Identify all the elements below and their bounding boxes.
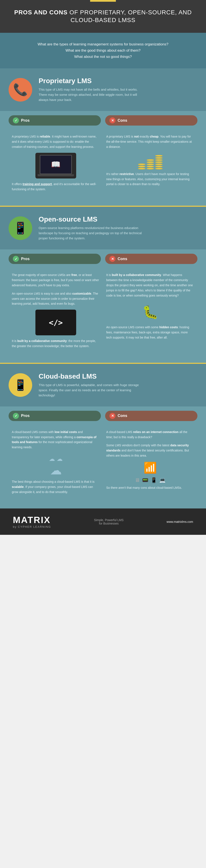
cons-label-2: Cons	[118, 257, 127, 261]
cloud-icon-section: 📱	[8, 373, 32, 397]
coin	[155, 161, 163, 163]
intro-section: What are the types of learning managemen…	[0, 33, 206, 68]
coin	[147, 161, 154, 163]
x-icon: ✕	[109, 117, 115, 123]
opensource-con-1: It is built by a collaborative community…	[106, 273, 194, 298]
footer-tagline-line2: for Businesses	[94, 522, 124, 525]
bug-image: 🐛	[137, 301, 163, 323]
cloud-con-2: Some LMS vendors don't comply with the l…	[106, 443, 194, 458]
cloud-cons-col: A cloud-based LMS relies on an internet …	[103, 425, 198, 502]
coin	[147, 168, 154, 169]
cloud-title-block: Cloud-based LMS This type of LMS is powe…	[38, 372, 146, 398]
cloud-header: 📱 Cloud-based LMS This type of LMS is po…	[0, 364, 206, 406]
proprietary-title: Proprietary LMS	[38, 77, 146, 85]
phone-icon: 📱	[151, 477, 157, 483]
cons-label-3: Cons	[118, 413, 127, 418]
proprietary-cons-header: ✕ Cons	[105, 115, 198, 126]
proprietary-pros-cons: ✓ Pros ✕ Cons A proprietary LMS is relia…	[0, 111, 206, 206]
cloud-headers-row: ✓ Pros ✕ Cons	[0, 406, 206, 425]
cloud-row-small: ☁ ☁	[49, 455, 63, 462]
opensource-pro-3: It is built by a collaborative community…	[12, 339, 100, 349]
cloud-con-1: A cloud-based LMS relies on an internet …	[106, 430, 194, 440]
coin-stack-2	[147, 159, 154, 169]
opensource-pro-2: An open-source LMS is easy to use and al…	[12, 291, 100, 306]
footer-url: www.matrixlms.com	[166, 520, 193, 523]
opensource-pros-col: The great majority of open-source LMSs a…	[8, 268, 103, 356]
pros-label: Pros	[21, 118, 30, 123]
coins-image	[106, 153, 194, 172]
pros-label-2: Pros	[21, 257, 30, 261]
mini-cloud-2: ☁	[57, 455, 63, 462]
footer-tagline: Simple, Powerful LMS for Businesses	[94, 518, 124, 525]
check-icon: ✓	[13, 117, 19, 123]
header-title: PROS AND CONS OF PROPRIETARY, OPEN-SOURC…	[13, 8, 193, 24]
opensource-icon: 📱	[8, 216, 32, 240]
cloud-con-3: So there aren't that many cons about clo…	[106, 485, 194, 491]
header-accent-bar	[90, 0, 116, 2]
coin	[138, 166, 146, 167]
coin	[147, 159, 154, 161]
pros-label-3: Pros	[21, 413, 30, 418]
opensource-pros-header: ✓ Pros	[8, 254, 101, 264]
coin	[155, 168, 163, 169]
opensource-title-block: Open-source LMS Open-source learning pla…	[38, 215, 146, 241]
opensource-header: 📱 Open-source LMS Open-source learning p…	[0, 207, 206, 249]
x-icon-2: ✕	[109, 256, 115, 262]
proprietary-pros-col: A proprietary LMS is reliable. It might …	[8, 130, 103, 199]
cloud-cons-header: ✕ Cons	[105, 411, 198, 421]
x-icon-3: ✕	[109, 413, 115, 419]
matrix-logo-text: MATRIX	[13, 515, 51, 525]
proprietary-header: 📞 Proprietary LMS This type of LMS may n…	[0, 68, 206, 111]
opensource-con-2: An open-source LMS comes with some hidde…	[106, 325, 194, 340]
cloud-pros-cons: ✓ Pros ✕ Cons A cloud-based LMS comes wi…	[0, 406, 206, 509]
wifi-icon: 📶	[144, 462, 157, 474]
laptop-base	[37, 174, 74, 176]
proprietary-con-2: It's rather restrictive. Users don't hav…	[106, 172, 194, 187]
opensource-title: Open-source LMS	[38, 215, 146, 223]
telephone-icon: 📞	[13, 83, 28, 97]
tablet-icon: 📟	[142, 477, 149, 483]
opensource-pro-1: The great majority of open-source LMSs a…	[12, 273, 100, 288]
cloud-row-big: ☁	[50, 463, 62, 477]
coin	[155, 155, 163, 157]
scalable-cloud-image: ☁ ☁ ☁	[12, 453, 100, 479]
coin	[155, 159, 163, 161]
coin-stack-3	[155, 155, 163, 169]
laptop-screen: 📖	[40, 155, 72, 174]
opensource-cons-header: ✕ Cons	[105, 254, 198, 264]
opensource-cons-col: It is built by a collaborative community…	[103, 268, 198, 356]
coin-stack-1	[138, 163, 146, 169]
opensource-headers-row: ✓ Pros ✕ Cons	[0, 249, 206, 268]
cloud-pro-1: A cloud-based LMS comes with low initial…	[12, 430, 100, 450]
proprietary-pro-1: A proprietary LMS is reliable. It might …	[12, 134, 100, 149]
laptop-image: 📖	[35, 153, 76, 179]
check-icon-3: ✓	[13, 413, 19, 419]
mobile-cloud-icon: 📱	[14, 379, 27, 391]
proprietary-cons-col: A proprietary LMS is not exactly cheap. …	[103, 130, 198, 199]
code-image: </>	[35, 310, 76, 335]
wifi-image-area: 📶 🖥 📟 📱 💻	[106, 462, 194, 483]
proprietary-icon: 📞	[8, 78, 32, 101]
header-section: PROS AND CONS OF PROPRIETARY, OPEN-SOURC…	[0, 0, 206, 33]
proprietary-pro-2: It offers training and support, and it's…	[12, 182, 100, 192]
cloud-pro-2: The best things about choosing a cloud-b…	[12, 479, 100, 495]
cloud-description: This type of LMS is powerful, adaptable,…	[38, 382, 146, 398]
coin	[147, 163, 154, 165]
check-icon-2: ✓	[13, 256, 19, 262]
desktop-icon: 🖥	[135, 477, 140, 483]
mini-cloud-1: ☁	[49, 455, 55, 462]
proprietary-pros-header: ✓ Pros	[8, 115, 101, 126]
cypher-subtext: by CYPHER LEARNING	[13, 525, 51, 528]
big-cloud: ☁	[50, 463, 62, 477]
proprietary-con-1: A proprietary LMS is not exactly cheap. …	[106, 134, 194, 149]
cloud-pros-header: ✓ Pros	[8, 411, 101, 421]
coin	[155, 163, 163, 165]
footer-tagline-line1: Simple, Powerful LMS	[94, 518, 124, 522]
coin-stacks	[138, 155, 163, 169]
opensource-content: The great majority of open-source LMSs a…	[0, 268, 206, 363]
cloud-content: A cloud-based LMS comes with low initial…	[0, 425, 206, 509]
calculator-icon: 📱	[13, 221, 28, 235]
laptop-icon: 💻	[159, 477, 166, 483]
proprietary-headers-row: ✓ Pros ✕ Cons	[0, 111, 206, 130]
cons-label: Cons	[118, 118, 127, 123]
